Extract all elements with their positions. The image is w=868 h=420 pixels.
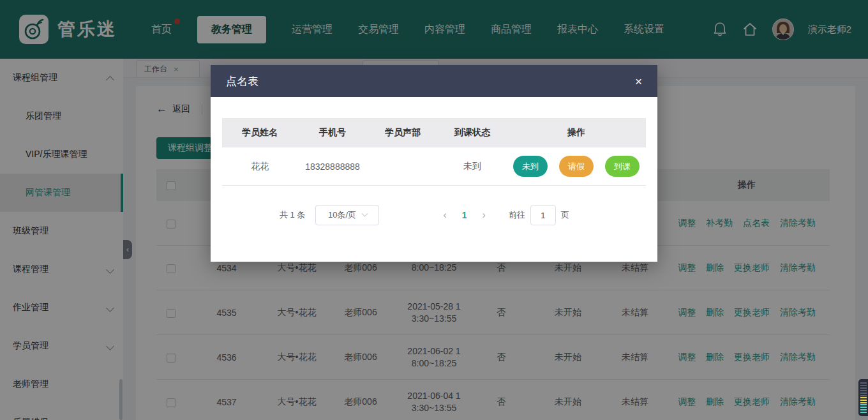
modal-header: 点名表 × bbox=[211, 65, 657, 97]
meter-gray-segment bbox=[860, 382, 867, 396]
roll-call-row: 花花 18328888888 未到 未到 请假 到课 bbox=[222, 147, 646, 186]
col-voice-part: 学员声部 bbox=[368, 127, 438, 139]
attendance-status: 未到 bbox=[438, 161, 507, 172]
goto-suffix: 页 bbox=[561, 209, 569, 221]
modal-title: 点名表 bbox=[226, 74, 258, 89]
prev-page-button[interactable]: ‹ bbox=[443, 209, 446, 221]
meter-yellow-segment bbox=[860, 397, 867, 403]
current-page-number[interactable]: 1 bbox=[462, 210, 467, 220]
meter-teal-segment bbox=[860, 404, 867, 413]
col-operations: 操作 bbox=[507, 127, 646, 139]
mark-attended-button[interactable]: 到课 bbox=[605, 156, 640, 177]
col-attendance-status: 到课状态 bbox=[438, 127, 507, 139]
mark-absent-button[interactable]: 未到 bbox=[513, 156, 548, 177]
col-student-name: 学员姓名 bbox=[222, 127, 297, 139]
chevron-down-icon bbox=[362, 210, 368, 216]
level-meter-widget bbox=[858, 379, 868, 416]
next-page-button[interactable]: › bbox=[483, 209, 486, 221]
goto-label: 前往 bbox=[509, 209, 525, 221]
page-size-select[interactable]: 10条/页 bbox=[315, 205, 379, 225]
modal-body: 学员姓名 手机号 学员声部 到课状态 操作 花花 18328888888 未到 … bbox=[211, 97, 657, 225]
close-icon[interactable]: × bbox=[635, 75, 642, 87]
goto-page-input[interactable] bbox=[530, 205, 556, 225]
col-phone: 手机号 bbox=[297, 127, 368, 139]
pagination: 共 1 条 10条/页 ‹ 1 › 前往 页 bbox=[222, 205, 646, 225]
total-count: 共 1 条 bbox=[280, 209, 305, 221]
roll-call-table-header: 学员姓名 手机号 学员声部 到课状态 操作 bbox=[222, 118, 646, 147]
student-name: 花花 bbox=[222, 161, 297, 172]
mark-leave-button[interactable]: 请假 bbox=[559, 156, 594, 177]
student-phone: 18328888888 bbox=[297, 161, 368, 172]
roll-call-modal: 点名表 × 学员姓名 手机号 学员声部 到课状态 操作 花花 183288888… bbox=[211, 65, 657, 262]
